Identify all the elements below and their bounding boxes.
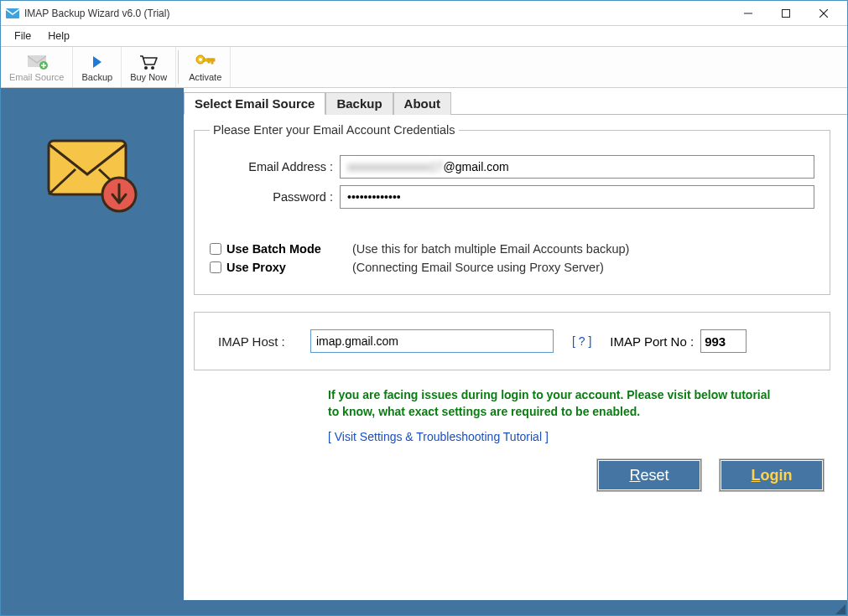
buy-now-icon	[138, 53, 159, 71]
proxy-desc: (Connecting Email Source using Proxy Ser…	[352, 261, 604, 274]
password-row: Password :	[210, 185, 814, 209]
proxy-row: Use Proxy (Connecting Email Source using…	[210, 261, 814, 274]
sidebar	[1, 88, 184, 600]
batch-mode-label: Use Batch Mode	[226, 242, 352, 256]
email-label: Email Address :	[210, 160, 340, 173]
toolbar-email-source[interactable]: Email Source	[1, 47, 73, 87]
svg-rect-2	[782, 9, 789, 17]
main-area: Select Email Source Backup About Please …	[1, 88, 847, 600]
toolbar-backup-label: Backup	[81, 72, 112, 82]
tab-panel: Please Enter your Email Account Credenti…	[184, 115, 847, 500]
tab-about[interactable]: About	[393, 92, 451, 115]
toolbar-activate-label: Activate	[189, 72, 221, 82]
resize-grip[interactable]	[834, 603, 845, 614]
reset-button[interactable]: Reset	[597, 459, 701, 491]
imap-group: IMAP Host : [ ? ] IMAP Port No :	[194, 312, 830, 370]
tab-strip: Select Email Source Backup About	[184, 91, 847, 115]
app-icon	[6, 8, 19, 18]
email-row: Email Address : xxxxxxxxxxxxxx17@gmail.c…	[210, 155, 814, 179]
imap-port-field[interactable]	[700, 329, 747, 353]
login-button[interactable]: Login	[720, 459, 824, 491]
toolbar-backup[interactable]: Backup	[73, 47, 122, 87]
batch-mode-checkbox[interactable]	[210, 243, 221, 255]
window-title: IMAP Backup Wizard v6.0 (Trial)	[24, 8, 729, 19]
activate-icon	[195, 53, 216, 71]
svg-rect-0	[6, 8, 19, 18]
toolbar-buy-now[interactable]: Buy Now	[122, 47, 176, 87]
title-bar: IMAP Backup Wizard v6.0 (Trial)	[1, 1, 847, 26]
email-masked: xxxxxxxxxxxxxx17	[347, 160, 443, 173]
email-suffix: @gmail.com	[444, 160, 509, 173]
host-row: IMAP Host : [ ? ] IMAP Port No :	[210, 329, 814, 353]
menu-bar: File Help	[1, 26, 847, 47]
toolbar-activate[interactable]: Activate	[180, 47, 231, 87]
password-field[interactable]	[340, 185, 814, 209]
svg-rect-12	[211, 59, 213, 64]
menu-file[interactable]: File	[6, 28, 39, 44]
maximize-button[interactable]	[767, 1, 804, 25]
credentials-group: Please Enter your Email Account Credenti…	[194, 123, 830, 295]
action-row: Reset Login	[194, 459, 830, 491]
menu-help[interactable]: Help	[39, 28, 78, 44]
content-area: Select Email Source Backup About Please …	[184, 88, 847, 600]
proxy-label: Use Proxy	[226, 261, 352, 274]
toolbar-separator	[178, 50, 179, 84]
tutorial-link[interactable]: [ Visit Settings & Troubleshooting Tutor…	[328, 430, 549, 443]
toolbar: Email Source Backup Buy Now Activate	[1, 47, 847, 88]
svg-rect-13	[208, 59, 210, 63]
minimize-button[interactable]	[729, 1, 767, 25]
toolbar-buy-now-label: Buy Now	[130, 72, 167, 82]
imap-host-field[interactable]	[310, 329, 554, 353]
close-button[interactable]	[804, 1, 842, 25]
imap-host-label: IMAP Host :	[210, 334, 310, 349]
toolbar-email-source-label: Email Source	[9, 72, 64, 82]
email-source-icon	[25, 53, 49, 71]
imap-help-link[interactable]: [ ? ]	[572, 334, 591, 348]
email-field[interactable]: xxxxxxxxxxxxxx17@gmail.com	[340, 155, 814, 179]
login-issue-notice: If you are facing issues during login to…	[328, 387, 781, 420]
batch-mode-row: Use Batch Mode (Use this for batch multi…	[210, 242, 814, 256]
svg-point-10	[199, 58, 202, 61]
tab-select-email-source[interactable]: Select Email Source	[184, 92, 325, 115]
batch-mode-desc: (Use this for batch multiple Email Accou…	[352, 242, 629, 256]
backup-icon	[90, 53, 105, 71]
envelope-download-icon	[42, 134, 143, 218]
svg-point-8	[151, 66, 154, 70]
password-label: Password :	[210, 190, 340, 204]
credentials-legend: Please Enter your Email Account Credenti…	[210, 123, 459, 137]
status-bar	[1, 600, 847, 615]
svg-point-7	[144, 66, 148, 70]
imap-port-label: IMAP Port No :	[610, 334, 694, 349]
tab-backup[interactable]: Backup	[325, 92, 393, 115]
proxy-checkbox[interactable]	[210, 261, 221, 273]
